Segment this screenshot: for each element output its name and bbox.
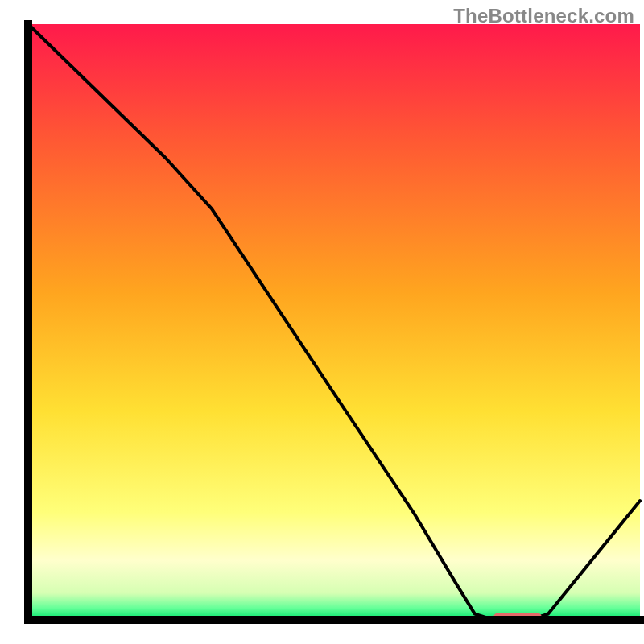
chart-container: TheBottleneck.com [0, 0, 644, 644]
attribution-label: TheBottleneck.com [453, 5, 634, 27]
bottleneck-chart [0, 0, 644, 644]
